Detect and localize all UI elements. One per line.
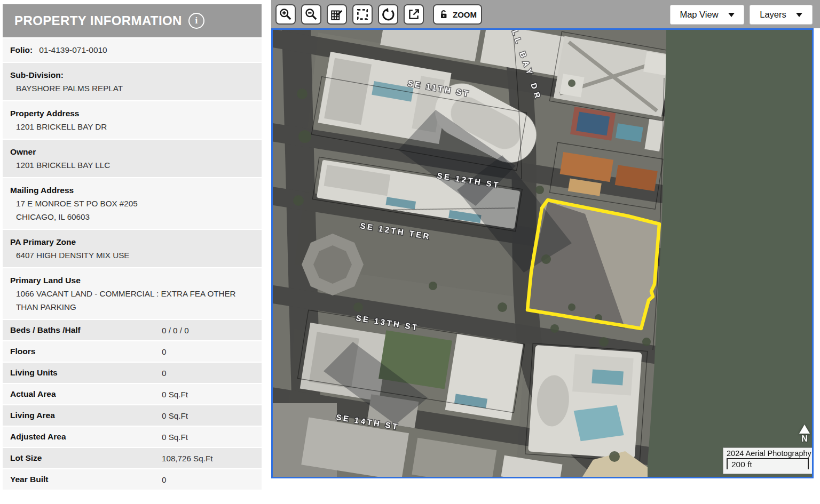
folio-value: 01-4139-071-0010 <box>39 45 107 55</box>
water <box>646 30 812 477</box>
info-section-value: 1201 BRICKELL BAY DR <box>10 120 240 133</box>
zoom-out-icon <box>304 7 318 21</box>
info-section-value: 6407 HIGH DENSITY MIX USE <box>10 249 240 262</box>
stat-row: Lot Size108,726 Sq.Ft <box>3 448 262 468</box>
zoom-in-icon <box>279 7 293 21</box>
stat-value: 0 Sq.Ft <box>162 390 188 399</box>
info-section-value: 1201 BRICKELL BAY LLC <box>10 158 240 172</box>
north-arrow-icon <box>799 425 810 434</box>
info-section: PA Primary Zone6407 HIGH DENSITY MIX USE <box>3 230 262 267</box>
edit-grid-icon <box>330 7 344 21</box>
info-section: Property Address1201 BRICKELL BAY DR <box>3 101 262 139</box>
north-arrow: N <box>798 425 811 444</box>
property-info-panel: PROPERTY INFORMATION i Folio: 01-4139-07… <box>3 4 262 490</box>
stat-label: Beds / Baths /Half <box>10 325 81 335</box>
stat-label: Year Built <box>10 475 49 484</box>
stat-label: Living Area <box>10 411 55 420</box>
stat-label: Floors <box>10 347 35 356</box>
info-section-label: Owner <box>10 146 240 158</box>
sidebar-stats: Beds / Baths /Half0 / 0 / 0Floors0Living… <box>3 320 262 490</box>
panel-title: PROPERTY INFORMATION <box>14 13 182 28</box>
folio-row: Folio: 01-4139-071-0010 <box>3 38 262 62</box>
edit-grid-button[interactable] <box>327 4 347 25</box>
stat-row: Floors0 <box>3 341 262 362</box>
lock-open-icon <box>438 9 449 20</box>
marquee-select-icon <box>356 7 369 21</box>
stat-value: 0 <box>162 347 166 356</box>
scale-bar: 200 ft <box>727 458 809 469</box>
info-section-label: PA Primary Zone <box>10 236 240 249</box>
stat-row: Year Built0 <box>3 469 262 490</box>
layers-label: Layers <box>760 10 786 20</box>
info-section: Primary Land Use1066 VACANT LAND - COMME… <box>3 268 262 319</box>
folio-label: Folio: <box>10 45 33 55</box>
stat-label: Lot Size <box>10 453 42 463</box>
stat-label: Actual Area <box>10 389 56 399</box>
stat-row: Adjusted Area0 Sq.Ft <box>3 427 262 447</box>
rotate-button[interactable] <box>378 4 398 25</box>
north-label: N <box>798 434 811 444</box>
stat-label: Living Units <box>10 368 58 378</box>
info-section-label: Mailing Address <box>10 184 240 197</box>
info-section-value: CHICAGO, IL 60603 <box>10 210 240 223</box>
stat-row: Beds / Baths /Half0 / 0 / 0 <box>3 320 262 340</box>
export-button[interactable] <box>404 4 424 25</box>
rotate-icon <box>381 7 396 22</box>
map-view-label: Map View <box>680 10 718 20</box>
export-icon <box>407 7 421 21</box>
zoom-lock-label: ZOOM <box>453 10 477 19</box>
info-section-label: Primary Land Use <box>10 274 240 287</box>
info-section: Mailing Address17 E MONROE ST PO BOX #20… <box>3 178 262 229</box>
stat-value: 0 Sq.Ft <box>162 433 188 442</box>
chevron-down-icon <box>728 13 735 17</box>
sidebar-sections: Sub-Division:BAYSHORE PALMS REPLATProper… <box>3 63 262 319</box>
info-section: Owner1201 BRICKELL BAY LLC <box>3 140 262 177</box>
info-section-label: Sub-Division: <box>10 69 240 82</box>
zoom-in-button[interactable] <box>275 4 296 25</box>
map-canvas[interactable]: LL BAY DR SE 11TH STSE 12TH STSE 12TH TE… <box>271 28 814 478</box>
map-attribution: 2024 Aerial Photography <box>727 449 809 458</box>
scale-box: 2024 Aerial Photography 200 ft <box>723 447 813 474</box>
zoom-lock-button[interactable]: ZOOM <box>433 4 482 25</box>
stat-value: 108,726 Sq.Ft <box>162 454 212 463</box>
info-section-value: 1066 VACANT LAND - COMMERCIAL : EXTRA FE… <box>10 287 240 314</box>
property-info-header: PROPERTY INFORMATION i <box>3 4 262 37</box>
stat-row: Actual Area0 Sq.Ft <box>3 384 262 404</box>
layers-dropdown[interactable]: Layers <box>750 5 813 25</box>
map-view-dropdown[interactable]: Map View <box>670 5 744 25</box>
stat-label: Adjusted Area <box>10 432 66 442</box>
stat-value: 0 <box>162 475 166 484</box>
zoom-out-button[interactable] <box>301 4 321 25</box>
info-section: Sub-Division:BAYSHORE PALMS REPLAT <box>3 63 262 100</box>
map-toolbar: ZOOM Map View Layers <box>271 0 820 28</box>
stat-row: Living Area0 Sq.Ft <box>3 405 262 426</box>
stat-row: Living Units0 <box>3 363 262 383</box>
scale-text: 200 ft <box>731 460 752 469</box>
marquee-select-button[interactable] <box>352 4 373 25</box>
stat-value: 0 Sq.Ft <box>162 411 188 420</box>
info-section-value: BAYSHORE PALMS REPLAT <box>10 82 240 95</box>
stat-value: 0 <box>162 369 166 378</box>
stat-value: 0 / 0 / 0 <box>162 326 189 335</box>
chevron-down-icon <box>796 13 802 17</box>
info-icon[interactable]: i <box>188 13 204 29</box>
info-section-label: Property Address <box>10 107 240 120</box>
info-section-value: 17 E MONROE ST PO BOX #205 <box>10 197 240 210</box>
